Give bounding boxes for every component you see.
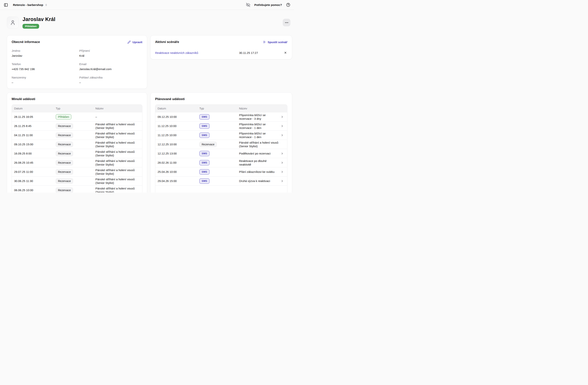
- chevron-right-icon: [281, 125, 287, 128]
- event-type-badge: SMS: [199, 133, 210, 138]
- field-value: –: [12, 81, 75, 84]
- help-button[interactable]: [286, 2, 291, 7]
- field-label: Pohlaví zákazníka: [79, 76, 143, 79]
- table-row[interactable]: 28.02.26 11:00 SMS Reaktivace po dlouhé …: [155, 158, 287, 167]
- planned-events-table-body: 09.12.25 10:00 SMS Připomínka blížící se…: [155, 112, 287, 192]
- event-type-badge: Rezervace: [56, 151, 73, 156]
- table-row[interactable]: 12.12.25 13:00 SMS Poděkování po rezerva…: [155, 149, 287, 158]
- scenario-datetime: 30.11.25 17:27: [239, 51, 284, 54]
- event-name: Připomínka blížící se rezervace - 3 dny: [237, 113, 281, 121]
- customer-header: Jaroslav Král Přihlášen: [0, 10, 294, 29]
- table-row: 29.07.25 11:00 Rezervace Pánské stříhání…: [12, 167, 142, 177]
- event-date: 26.11.25 8:45: [12, 124, 53, 128]
- table-row: 09.10.25 15:00 Rezervace Pánské stříhání…: [12, 140, 142, 149]
- table-row: 30.06.25 11:30 Rezervace Pánské stříhání…: [12, 177, 142, 186]
- field-value: –: [79, 81, 143, 84]
- user-icon: [10, 19, 16, 26]
- event-name: Pánské stříhání a holení vousů (Senior S…: [93, 122, 142, 130]
- help-link[interactable]: Potřebujete pomoc?: [254, 3, 282, 6]
- table-row: 16.09.25 8:00 Rezervace Pánské stříhání …: [12, 149, 142, 158]
- event-type-badge: SMS: [199, 160, 210, 165]
- help-circle-icon: [286, 3, 290, 7]
- info-field: Telefon +420 735 842 196: [12, 63, 75, 71]
- event-type-badge: SMS: [199, 178, 210, 184]
- info-field: Pohlaví zákazníka –: [79, 76, 143, 84]
- event-name: Pánské stříhání a holení vousů (Senior S…: [93, 149, 142, 158]
- past-events-table: Datum Typ Název 28.11.25 16:05 Přihlášen…: [12, 104, 142, 192]
- event-type-badge: Rezervace: [56, 178, 73, 184]
- table-row[interactable]: 12.12.25 10:00 Rezervace Pánské stříhání…: [155, 140, 287, 149]
- general-info-card: Obecné informace Upravit Jméno Jaroslav …: [7, 35, 147, 89]
- event-name: Poděkování po rezervaci: [237, 151, 281, 156]
- chevrons-up-down-icon: [45, 4, 47, 6]
- field-label: Narozeniny: [12, 76, 75, 79]
- event-name: Pánské stříhání a holení vousů (Senior S…: [237, 140, 281, 149]
- event-date: [155, 189, 197, 191]
- column-header-datum: Datum: [155, 105, 197, 112]
- topbar-right: Potřebujete pomoc?: [246, 2, 291, 7]
- field-label: Email: [79, 63, 143, 66]
- chevron-right-icon: [281, 180, 287, 182]
- ellipsis-icon: [285, 22, 288, 23]
- column-header-typ: Typ: [53, 105, 93, 112]
- workspace-switcher[interactable]: Retenzio - barbershop: [13, 3, 47, 6]
- event-type-badge: SMS: [199, 169, 210, 175]
- remove-scenario-button[interactable]: [284, 51, 287, 55]
- panel-left-icon: [4, 3, 8, 7]
- event-date: 30.06.25 11:30: [12, 179, 53, 183]
- event-type-badge: SMS: [199, 114, 210, 119]
- table-row[interactable]: 09.12.25 10:00 SMS Připomínka blížící se…: [155, 112, 287, 121]
- scenario-list: Reaktivace neaktivních zákazníků 30.11.2…: [155, 51, 287, 55]
- event-name: Pánské stříhání a holení vousů (Senior S…: [93, 167, 142, 176]
- event-date: 28.11.25 16:05: [12, 114, 53, 119]
- active-scenarios-card: Aktivní scénáře Spustit scénář Reaktivac…: [150, 35, 292, 59]
- table-row[interactable]: 29.04.26 15:00 SMS Druhá výzva k reaktiv…: [155, 177, 287, 186]
- table-row[interactable]: 25.04.26 10:00 SMS Přání zákazníkovi ke …: [155, 167, 287, 177]
- table-row: 04.11.25 11:00 Rezervace Pánské stříhání…: [12, 131, 142, 140]
- event-date: 16.09.25 8:00: [12, 151, 53, 156]
- chevron-right-icon: [281, 115, 287, 118]
- event-name: Pánské stříhání a holení vousů (Senior S…: [93, 140, 142, 149]
- scenario-link[interactable]: Reaktivace neaktivních zákazníků: [155, 51, 239, 54]
- run-scenario-button[interactable]: Spustit scénář: [263, 41, 287, 44]
- chevron-right-icon: [281, 134, 287, 137]
- field-label: Příjmení: [79, 49, 143, 52]
- planned-events-table-header: Datum Typ Název: [155, 105, 287, 112]
- table-row[interactable]: 11.12.25 10:00 SMS Připomínka blížící se…: [155, 121, 287, 131]
- event-type-badge: Rezervace: [199, 142, 217, 147]
- more-actions-button[interactable]: [283, 19, 290, 26]
- field-value: Jaroslav.Král@email.com: [79, 68, 143, 71]
- table-row: 26.11.25 8:45 Rezervace Pánské stříhání …: [12, 121, 142, 131]
- field-label: Jméno: [12, 49, 75, 52]
- table-row: 28.11.25 16:05 Přihlášen –: [12, 112, 142, 121]
- past-events-title: Minulé události: [12, 97, 142, 101]
- event-type-badge: Rezervace: [56, 123, 73, 129]
- field-value: Král: [79, 54, 143, 57]
- close-icon: [284, 51, 287, 54]
- edit-button[interactable]: Upravit: [127, 41, 142, 44]
- column-header-nazev: Název: [237, 105, 281, 112]
- workspace-name: Retenzio - barbershop: [13, 3, 43, 6]
- chevron-right-icon: [281, 152, 287, 155]
- event-date: 26.08.25 10:45: [12, 160, 53, 165]
- table-row[interactable]: 11.12.25 10:00 SMS Připomínka blížící se…: [155, 131, 287, 140]
- event-type-badge: SMS: [199, 151, 210, 156]
- info-field: Email Jaroslav.Král@email.com: [79, 63, 143, 71]
- chevron-right-icon: [281, 161, 287, 164]
- edit-label: Upravit: [132, 41, 142, 44]
- avatar: [7, 17, 19, 28]
- field-value: Jaroslav: [12, 54, 75, 57]
- column-header-typ: Typ: [197, 105, 237, 112]
- eye-off-icon: [246, 3, 250, 7]
- table-row[interactable]: [155, 186, 287, 192]
- hide-sensitive-button[interactable]: [246, 2, 251, 7]
- event-name: Pánské stříhání a holení vousů (Senior S…: [93, 158, 142, 167]
- play-icon: [263, 41, 266, 44]
- active-scenarios-title: Aktivní scénáře: [155, 40, 179, 44]
- sidebar-toggle-button[interactable]: [3, 2, 8, 7]
- customer-identity: Jaroslav Král Přihlášen: [22, 16, 55, 29]
- scenario-row: Reaktivace neaktivních zákazníků 30.11.2…: [155, 51, 287, 55]
- event-date: 04.11.25 11:00: [12, 133, 53, 137]
- event-name: Pánské stříhání a holení vousů (Senior S…: [93, 177, 142, 185]
- event-date: 11.12.25 10:00: [155, 124, 197, 128]
